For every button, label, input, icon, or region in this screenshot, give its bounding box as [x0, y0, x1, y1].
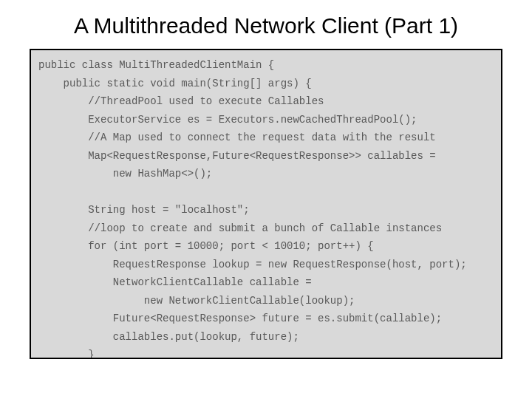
code-line: String host = "localhost"; — [38, 204, 250, 216]
code-line: //A Map used to connect the request data… — [38, 132, 436, 143]
code-line: public static void main(String[] args) { — [38, 78, 312, 89]
slide-title: A Multithreaded Network Client (Part 1) — [30, 13, 502, 38]
code-line: for (int port = 10000; port < 10010; por… — [38, 240, 374, 252]
code-line: Future<RequestResponse> future = es.subm… — [38, 313, 442, 324]
code-line: Map<RequestResponse,Future<RequestRespon… — [38, 150, 436, 162]
code-line: new NetworkClientCallable(lookup); — [38, 295, 355, 307]
slide: A Multithreaded Network Client (Part 1) … — [0, 0, 532, 399]
code-line: } — [38, 349, 95, 359]
code-line: ExecutorService es = Executors.newCached… — [38, 114, 417, 126]
code-line: public class MultiThreadedClientMain { — [38, 59, 274, 71]
code-line: callables.put(lookup, future); — [38, 331, 299, 343]
code-block: public class MultiThreadedClientMain { p… — [38, 56, 494, 359]
code-line: //loop to create and submit a bunch of C… — [38, 222, 442, 234]
code-line: RequestResponse lookup = new RequestResp… — [38, 259, 467, 270]
code-line: new HashMap<>(); — [38, 168, 212, 180]
code-line: NetworkClientCallable callable = — [38, 276, 312, 288]
code-box: public class MultiThreadedClientMain { p… — [30, 49, 502, 359]
code-line: //ThreadPool used to execute Callables — [38, 95, 324, 107]
